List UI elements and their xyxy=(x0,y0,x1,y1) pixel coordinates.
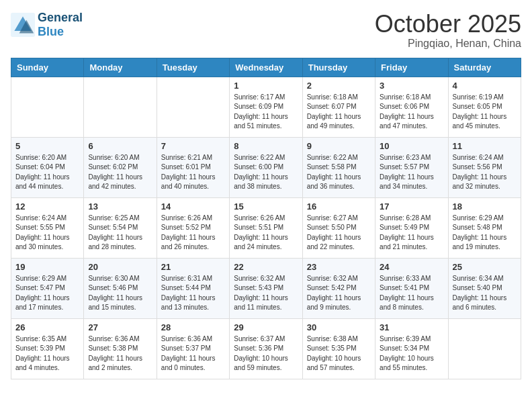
sunrise-text: Sunrise: 6:23 AM xyxy=(380,154,431,161)
day-info: Sunrise: 6:20 AM Sunset: 6:04 PM Dayligh… xyxy=(15,153,79,192)
daylight-text: Daylight: 11 hours and 0 minutes. xyxy=(161,355,216,372)
day-number: 21 xyxy=(161,262,225,272)
calendar-cell xyxy=(84,77,157,137)
sunset-text: Sunset: 5:39 PM xyxy=(15,345,65,352)
calendar-cell: 26 Sunrise: 6:35 AM Sunset: 5:39 PM Dayl… xyxy=(11,318,84,379)
day-info: Sunrise: 6:30 AM Sunset: 5:46 PM Dayligh… xyxy=(88,274,152,313)
calendar-cell: 4 Sunrise: 6:19 AM Sunset: 6:05 PM Dayli… xyxy=(448,77,521,137)
sunset-text: Sunset: 5:55 PM xyxy=(15,224,65,231)
sunrise-text: Sunrise: 6:36 AM xyxy=(88,335,139,342)
sunset-text: Sunset: 5:40 PM xyxy=(453,284,502,291)
day-info: Sunrise: 6:36 AM Sunset: 5:38 PM Dayligh… xyxy=(88,334,152,373)
day-number: 23 xyxy=(307,262,371,272)
day-number: 18 xyxy=(453,201,517,212)
day-number: 6 xyxy=(88,141,152,151)
daylight-text: Daylight: 11 hours and 36 minutes. xyxy=(307,173,361,191)
calendar-cell: 24 Sunrise: 6:33 AM Sunset: 5:41 PM Dayl… xyxy=(375,258,448,318)
day-number: 2 xyxy=(307,81,371,91)
daylight-text: Daylight: 11 hours and 2 minutes. xyxy=(88,355,142,372)
calendar-week-row: 26 Sunrise: 6:35 AM Sunset: 5:39 PM Dayl… xyxy=(11,318,521,379)
month-title: October 2025 xyxy=(375,11,521,38)
day-info: Sunrise: 6:32 AM Sunset: 5:42 PM Dayligh… xyxy=(307,274,371,313)
weekday-header-row: SundayMondayTuesdayWednesdayThursdayFrid… xyxy=(11,58,521,77)
sunrise-text: Sunrise: 6:31 AM xyxy=(161,275,212,282)
calendar-cell: 6 Sunrise: 6:20 AM Sunset: 6:02 PM Dayli… xyxy=(84,137,157,197)
day-info: Sunrise: 6:22 AM Sunset: 5:58 PM Dayligh… xyxy=(307,153,371,192)
logo: General Blue xyxy=(11,11,83,39)
calendar-cell: 8 Sunrise: 6:22 AM Sunset: 6:00 PM Dayli… xyxy=(230,137,302,197)
day-info: Sunrise: 6:27 AM Sunset: 5:50 PM Dayligh… xyxy=(307,214,371,253)
calendar-cell: 1 Sunrise: 6:17 AM Sunset: 6:09 PM Dayli… xyxy=(230,77,302,137)
day-number: 29 xyxy=(234,322,298,332)
day-number: 12 xyxy=(15,201,79,212)
daylight-text: Daylight: 10 hours and 57 minutes. xyxy=(307,355,361,372)
sunrise-text: Sunrise: 6:21 AM xyxy=(161,154,212,161)
sunrise-text: Sunrise: 6:27 AM xyxy=(307,214,358,222)
day-info: Sunrise: 6:25 AM Sunset: 5:54 PM Dayligh… xyxy=(88,214,152,253)
day-info: Sunrise: 6:26 AM Sunset: 5:51 PM Dayligh… xyxy=(234,214,298,253)
sunrise-text: Sunrise: 6:33 AM xyxy=(380,275,431,282)
calendar-cell: 17 Sunrise: 6:28 AM Sunset: 5:49 PM Dayl… xyxy=(375,197,448,258)
day-number: 20 xyxy=(88,262,152,272)
sunrise-text: Sunrise: 6:22 AM xyxy=(234,154,285,161)
sunset-text: Sunset: 6:01 PM xyxy=(161,163,211,171)
sunrise-text: Sunrise: 6:29 AM xyxy=(453,214,504,222)
calendar-cell: 31 Sunrise: 6:39 AM Sunset: 5:34 PM Dayl… xyxy=(375,318,448,379)
weekday-header-thursday: Thursday xyxy=(302,58,375,77)
daylight-text: Daylight: 11 hours and 17 minutes. xyxy=(15,294,70,312)
location: Pingqiao, Henan, China xyxy=(375,38,521,50)
daylight-text: Daylight: 11 hours and 42 minutes. xyxy=(88,173,142,191)
daylight-text: Daylight: 11 hours and 15 minutes. xyxy=(88,294,142,312)
sunrise-text: Sunrise: 6:26 AM xyxy=(161,214,212,222)
calendar-cell xyxy=(157,77,229,137)
sunrise-text: Sunrise: 6:20 AM xyxy=(15,154,66,161)
calendar-cell: 28 Sunrise: 6:36 AM Sunset: 5:37 PM Dayl… xyxy=(157,318,229,379)
sunset-text: Sunset: 5:41 PM xyxy=(380,284,429,291)
day-number: 9 xyxy=(307,141,371,151)
daylight-text: Daylight: 11 hours and 34 minutes. xyxy=(380,173,434,191)
day-number: 8 xyxy=(234,141,298,151)
sunset-text: Sunset: 6:00 PM xyxy=(234,163,283,171)
daylight-text: Daylight: 11 hours and 9 minutes. xyxy=(307,294,361,312)
sunset-text: Sunset: 5:44 PM xyxy=(161,284,211,291)
sunrise-text: Sunrise: 6:26 AM xyxy=(234,214,285,222)
sunrise-text: Sunrise: 6:35 AM xyxy=(15,335,66,342)
calendar-cell: 11 Sunrise: 6:24 AM Sunset: 5:56 PM Dayl… xyxy=(448,137,521,197)
sunrise-text: Sunrise: 6:29 AM xyxy=(15,275,66,282)
sunrise-text: Sunrise: 6:37 AM xyxy=(234,335,285,342)
day-number: 26 xyxy=(15,322,79,332)
sunrise-text: Sunrise: 6:39 AM xyxy=(380,335,431,342)
sunset-text: Sunset: 6:05 PM xyxy=(453,103,502,110)
weekday-header-monday: Monday xyxy=(84,58,157,77)
day-number: 17 xyxy=(380,201,443,212)
day-info: Sunrise: 6:21 AM Sunset: 6:01 PM Dayligh… xyxy=(161,153,225,192)
sunset-text: Sunset: 5:58 PM xyxy=(307,163,357,171)
sunrise-text: Sunrise: 6:22 AM xyxy=(307,154,358,161)
calendar-cell: 13 Sunrise: 6:25 AM Sunset: 5:54 PM Dayl… xyxy=(84,197,157,258)
calendar-cell: 21 Sunrise: 6:31 AM Sunset: 5:44 PM Dayl… xyxy=(157,258,229,318)
day-info: Sunrise: 6:29 AM Sunset: 5:47 PM Dayligh… xyxy=(15,274,79,313)
day-number: 16 xyxy=(307,201,371,212)
sunset-text: Sunset: 5:50 PM xyxy=(307,224,357,231)
calendar-cell: 3 Sunrise: 6:18 AM Sunset: 6:06 PM Dayli… xyxy=(375,77,448,137)
day-number: 28 xyxy=(161,322,225,332)
sunset-text: Sunset: 6:07 PM xyxy=(307,103,357,110)
sunrise-text: Sunrise: 6:24 AM xyxy=(453,154,504,161)
daylight-text: Daylight: 11 hours and 38 minutes. xyxy=(234,173,288,191)
logo-blue: Blue xyxy=(38,25,64,38)
sunrise-text: Sunrise: 6:30 AM xyxy=(88,275,139,282)
day-info: Sunrise: 6:38 AM Sunset: 5:35 PM Dayligh… xyxy=(307,334,371,373)
calendar-cell: 30 Sunrise: 6:38 AM Sunset: 5:35 PM Dayl… xyxy=(302,318,375,379)
sunset-text: Sunset: 5:49 PM xyxy=(380,224,429,231)
daylight-text: Daylight: 11 hours and 45 minutes. xyxy=(453,113,507,130)
daylight-text: Daylight: 11 hours and 47 minutes. xyxy=(380,113,434,130)
calendar-cell: 20 Sunrise: 6:30 AM Sunset: 5:46 PM Dayl… xyxy=(84,258,157,318)
sunset-text: Sunset: 5:38 PM xyxy=(88,345,138,352)
day-number: 27 xyxy=(88,322,152,332)
sunrise-text: Sunrise: 6:36 AM xyxy=(161,335,212,342)
logo-icon xyxy=(11,13,35,37)
day-number: 19 xyxy=(15,262,79,272)
daylight-text: Daylight: 11 hours and 32 minutes. xyxy=(453,173,507,191)
calendar-week-row: 5 Sunrise: 6:20 AM Sunset: 6:04 PM Dayli… xyxy=(11,137,521,197)
sunrise-text: Sunrise: 6:25 AM xyxy=(88,214,139,222)
